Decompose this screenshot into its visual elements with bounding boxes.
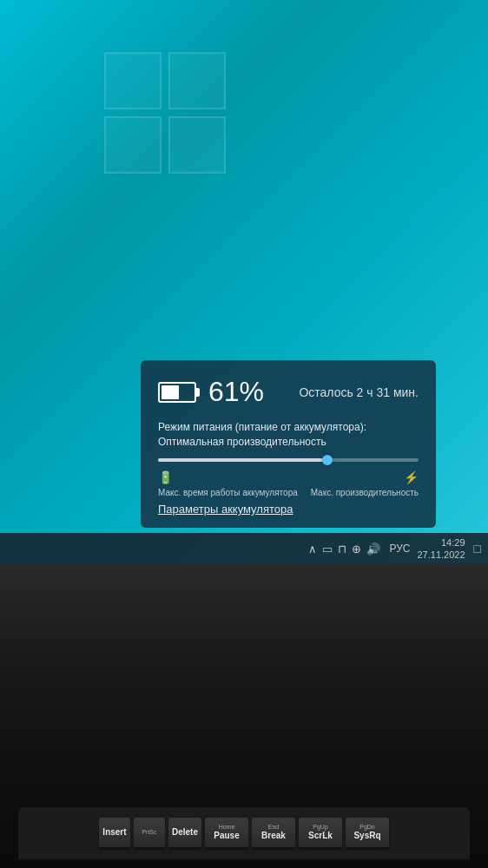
battery-mode-label: Режим питания (питание от аккумулятора):… (158, 420, 419, 450)
battery-icon (158, 382, 196, 403)
battery-fill (162, 385, 179, 399)
taskbar-time: 14:29 (417, 536, 465, 549)
taskbar-clock: 14:29 27.11.2022 (417, 536, 465, 562)
battery-icon-wrap (158, 382, 196, 403)
battery-time-left: Осталось 2 ч 31 мин. (299, 385, 419, 399)
taskbar-right: ∧ ▭ ⊓ ⊕ 🔊 РУС 14:29 27.11.2022 □ (308, 536, 481, 562)
notification-icon[interactable]: □ (474, 542, 481, 556)
battery-percent: 61% (208, 376, 264, 408)
slider-track (158, 458, 419, 462)
slider-label-text: Макс. время работы аккумулятора Макс. пр… (158, 488, 419, 497)
taskbar-icons: ∧ ▭ ⊓ ⊕ 🔊 (308, 542, 380, 556)
keyboard-row-function: Insert PrtSc Delete Home Pause End Break… (27, 818, 461, 849)
tablet-icon[interactable]: ▭ (322, 542, 333, 556)
windows-logo (104, 52, 243, 191)
key-end-break[interactable]: End Break (252, 818, 295, 849)
slider-labels: 🔋 ⚡ (158, 470, 419, 484)
key-pgup-scrlk[interactable]: PgUp ScrLk (299, 818, 342, 849)
battery-time-icon: 🔋 (158, 470, 173, 484)
key-delete[interactable]: Delete (168, 818, 201, 849)
volume-icon[interactable]: 🔊 (366, 542, 380, 556)
key-prtsc[interactable]: PrtSc (134, 818, 165, 849)
key-insert[interactable]: Insert (99, 818, 130, 849)
battery-header: 61% Осталось 2 ч 31 мин. (158, 376, 419, 408)
keyboard-area: Insert PrtSc Delete Home Pause End Break… (0, 564, 488, 868)
taskbar: ∧ ▭ ⊓ ⊕ 🔊 РУС 14:29 27.11.2022 □ (0, 533, 488, 564)
chevron-up-icon[interactable]: ∧ (308, 542, 317, 556)
battery-slider-wrap[interactable] (158, 458, 419, 462)
battery-popup: 61% Осталось 2 ч 31 мин. Режим питания (… (141, 360, 436, 528)
globe-icon[interactable]: ⊕ (352, 542, 361, 556)
keyboard-bezel: Insert PrtSc Delete Home Pause End Break… (18, 807, 470, 859)
network-icon[interactable]: ⊓ (338, 542, 346, 556)
slider-fill (158, 458, 327, 462)
battery-performance-icon: ⚡ (404, 470, 419, 484)
taskbar-date: 27.11.2022 (417, 549, 465, 561)
taskbar-language[interactable]: РУС (389, 542, 410, 555)
key-home-pause[interactable]: Home Pause (205, 818, 248, 849)
battery-settings-link[interactable]: Параметры аккумулятора (158, 503, 419, 516)
slider-thumb (322, 455, 333, 465)
screen: 61% Осталось 2 ч 31 мин. Режим питания (… (0, 0, 488, 564)
key-pgdn-sysrq[interactable]: PgDn SysRq (346, 818, 389, 849)
